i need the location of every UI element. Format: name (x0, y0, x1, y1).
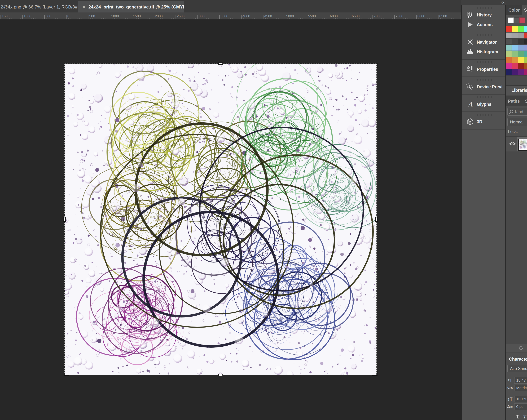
swatch[interactable] (524, 32, 527, 38)
swatch[interactable] (506, 69, 512, 75)
panel-group-drag-handle[interactable] (476, 34, 492, 36)
transform-handle-bottom-right[interactable] (372, 371, 377, 376)
swatch[interactable] (512, 32, 518, 38)
blend-mode-select[interactable]: Normal (507, 118, 527, 126)
svg-text:1500: 1500 (2, 14, 10, 18)
color-chip[interactable] (519, 18, 525, 23)
faux-bold-icon[interactable]: T (516, 414, 519, 420)
swatch[interactable] (512, 26, 518, 32)
panel-button-navigator[interactable]: Navigator (462, 37, 505, 47)
swatch[interactable] (518, 45, 524, 51)
transform-handle-top-left[interactable] (64, 63, 69, 68)
swatch[interactable] (512, 45, 518, 51)
swatch[interactable] (524, 39, 527, 44)
kerning-field[interactable]: Metrics (514, 385, 527, 391)
swatch[interactable] (518, 63, 524, 69)
document-tab-bar: 2@4x.png @ 66.7% (Layer 1, RGB/8#) * × 2… (0, 0, 461, 12)
tab-color[interactable]: Color (506, 5, 522, 15)
tab-paths[interactable]: Paths (506, 96, 522, 106)
panel-tab-libraries[interactable]: Libraries (506, 85, 527, 95)
panel-button-device-previ-[interactable]: Device Previ… (462, 82, 505, 92)
font-family-select[interactable]: Azo Sans (507, 365, 527, 372)
swatch[interactable] (506, 57, 512, 63)
swatch[interactable] (524, 51, 527, 57)
swatch[interactable] (512, 57, 518, 63)
panel-group-drag-handle[interactable] (476, 61, 492, 63)
document-tab-title: 24x24_print_two_generative.tif @ 25% (CM… (88, 4, 184, 10)
swatch[interactable] (518, 51, 524, 57)
tab-partial[interactable]: S (522, 96, 527, 106)
transform-handle-top[interactable] (218, 63, 223, 65)
paths-tabgroup: Paths S (506, 96, 527, 106)
lock-transparency-icon[interactable] (522, 129, 522, 134)
panel-group-drag-handle[interactable] (476, 79, 492, 81)
faux-italic-icon[interactable]: T (523, 414, 526, 420)
panel-button-history[interactable]: History (462, 10, 505, 20)
swatch[interactable] (524, 63, 527, 69)
canvas-workspace[interactable] (0, 20, 461, 420)
swatch[interactable] (524, 69, 527, 75)
navigator-icon (466, 38, 474, 46)
swatch[interactable] (506, 39, 512, 44)
transform-handle-left[interactable] (63, 217, 66, 222)
reference-point-icon (218, 216, 223, 222)
vertical-scale-field[interactable]: 100% (514, 396, 527, 402)
transform-handle-bottom-left[interactable] (64, 371, 69, 376)
swatch[interactable] (518, 69, 524, 75)
panel-group-drag-handle[interactable] (476, 114, 492, 116)
font-size-field[interactable]: 18.47 p (514, 377, 527, 384)
document-tab-inactive[interactable]: 2@4x.png @ 66.7% (Layer 1, RGB/8#) * (0, 1, 78, 12)
histogram-icon (466, 48, 474, 55)
panel-group-drag-handle[interactable] (476, 96, 492, 98)
swatch[interactable] (506, 32, 512, 38)
panel-button-properties[interactable]: Properties (462, 65, 505, 74)
artboard[interactable] (65, 64, 376, 375)
swatch[interactable] (506, 45, 512, 51)
svg-text:2500: 2500 (177, 14, 185, 18)
panel-group-drag-handle[interactable] (476, 7, 492, 9)
transform-handle-right[interactable] (375, 217, 378, 222)
transform-handle-top-right[interactable] (372, 63, 377, 68)
layer-thumbnail[interactable] (518, 139, 527, 151)
swatch[interactable] (518, 57, 524, 63)
swatch[interactable] (512, 69, 518, 75)
panel-button-group: Properties (462, 60, 505, 77)
panel-button-histogram[interactable]: Histogram (462, 47, 505, 57)
tab-swatches[interactable]: S (522, 5, 527, 15)
swatch[interactable] (524, 26, 527, 32)
layers-panel-empty-area (506, 152, 527, 344)
layer-row[interactable] (506, 137, 527, 151)
document-tab-active[interactable]: × 24x24_print_two_generative.tif @ 25% (… (78, 1, 184, 12)
collapse-panels-icon[interactable]: << (501, 0, 506, 5)
swatch[interactable] (518, 26, 524, 32)
close-tab-icon[interactable]: × (83, 4, 85, 10)
swatch[interactable] (512, 39, 518, 44)
transform-handle-bottom[interactable] (218, 374, 223, 376)
baseline-shift-field[interactable]: 0 pt (514, 403, 527, 410)
layer-search-input[interactable]: Kind (507, 108, 527, 116)
swatch[interactable] (518, 32, 524, 38)
panel-button-glyphs[interactable]: AGlyphs (462, 99, 505, 109)
panel-button-3d[interactable]: 3D (462, 117, 505, 127)
sync-icon[interactable] (518, 345, 524, 351)
color-chip[interactable] (514, 18, 519, 23)
svg-text:4000: 4000 (242, 14, 250, 18)
glyphs-icon: A (466, 100, 474, 108)
recent-color-chips (506, 15, 527, 26)
swatch[interactable] (524, 57, 527, 63)
swatch[interactable] (518, 39, 524, 44)
swatch[interactable] (506, 63, 512, 69)
swatch[interactable] (512, 63, 518, 69)
swatch[interactable] (524, 45, 527, 51)
photoshop-window: 2@4x.png @ 66.7% (Layer 1, RGB/8#) * × 2… (0, 0, 527, 420)
layer-visibility-eye-icon[interactable] (509, 141, 516, 147)
color-chip[interactable] (508, 18, 514, 23)
panel-button-actions[interactable]: Actions (462, 20, 505, 29)
swatch[interactable] (506, 26, 512, 32)
svg-text:3500: 3500 (220, 14, 228, 18)
character-panel: Character Azo Sans TT 18.47 p V/A Metric… (506, 353, 527, 420)
svg-text:6000: 6000 (330, 14, 338, 18)
swatch[interactable] (512, 51, 518, 57)
swatch[interactable] (506, 51, 512, 57)
collapsed-panels-column: HistoryActionsNavigatorHistogramProperti… (462, 5, 505, 420)
